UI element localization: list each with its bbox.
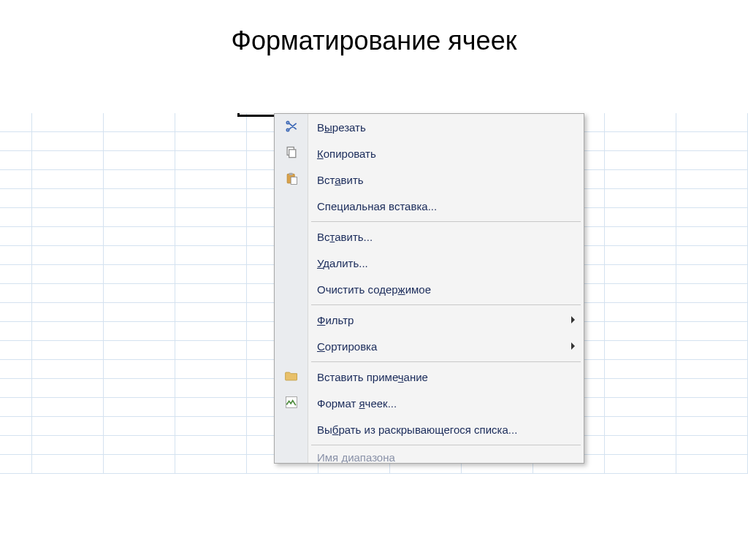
menu-item-paste-special[interactable]: Специальная вставка... [275, 193, 584, 219]
slide-title: Форматирование ячеек [0, 0, 748, 85]
menu-label: Вставить примечание [308, 371, 584, 383]
submenu-arrow-icon [571, 316, 575, 323]
menu-label: Очистить содержимое [308, 283, 584, 296]
menu-item-copy[interactable]: Копировать [275, 140, 584, 166]
menu-item-insert-comment[interactable]: Вставить примечание [275, 364, 584, 390]
menu-label: Выбрать из раскрывающегося списка... [308, 423, 584, 436]
copy-icon [284, 145, 299, 162]
menu-item-paste[interactable]: Вставить [275, 166, 584, 193]
menu-label: Имя диапазона [308, 447, 584, 463]
svg-rect-4 [291, 177, 297, 184]
menu-item-cut[interactable]: Вырезать [275, 114, 584, 140]
scissors-icon [284, 119, 299, 136]
menu-label: Копировать [308, 147, 584, 160]
format-cells-icon [284, 395, 299, 412]
menu-label: Вставить... [308, 231, 584, 243]
menu-item-sort[interactable]: Сортировка [275, 333, 584, 359]
menu-label: Фильтр [308, 314, 584, 326]
svg-rect-3 [289, 172, 292, 174]
menu-label: Удалить... [308, 257, 584, 269]
menu-item-name-range[interactable]: Имя диапазона [275, 447, 584, 463]
context-menu: Вырезать Копировать Вставить Специальная… [274, 113, 584, 464]
folder-icon [284, 369, 299, 386]
menu-item-format-cells[interactable]: Формат ячеек... [275, 390, 584, 416]
submenu-arrow-icon [571, 342, 575, 350]
menu-item-clear-contents[interactable]: Очистить содержимое [275, 276, 584, 302]
svg-rect-1 [289, 149, 295, 157]
menu-item-delete[interactable]: Удалить... [275, 250, 584, 276]
menu-item-insert[interactable]: Вставить... [275, 223, 584, 250]
menu-item-pick-from-list[interactable]: Выбрать из раскрывающегося списка... [275, 416, 584, 442]
menu-label: Сортировка [308, 340, 584, 353]
menu-label: Специальная вставка... [308, 200, 584, 212]
menu-label: Вырезать [308, 121, 584, 134]
menu-item-filter[interactable]: Фильтр [275, 307, 584, 333]
paste-icon [284, 172, 299, 188]
menu-label: Вставить [308, 174, 584, 186]
menu-label: Формат ячеек... [308, 397, 584, 410]
